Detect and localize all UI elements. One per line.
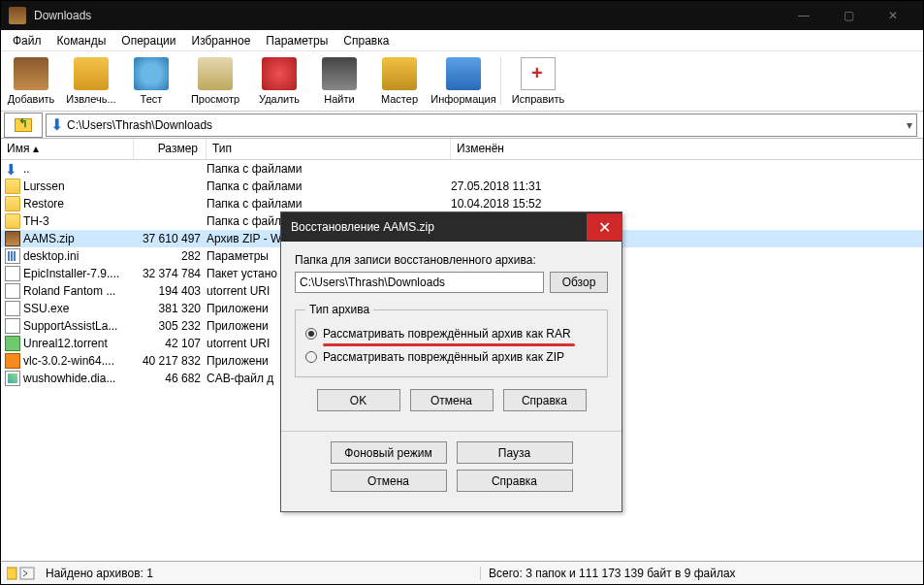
dialog-titlebar[interactable]: Восстановление AAMS.zip ✕ bbox=[281, 212, 621, 242]
repair-icon bbox=[521, 57, 556, 90]
delete-icon bbox=[262, 57, 297, 90]
col-type[interactable]: Тип bbox=[207, 139, 451, 159]
radio-zip[interactable]: Рассматривать повреждённый архив как ZIP bbox=[305, 350, 597, 364]
dialog-path-input[interactable] bbox=[295, 272, 544, 293]
archive-type-group: Тип архива Рассматривать повреждённый ар… bbox=[295, 303, 608, 377]
test-icon bbox=[134, 57, 169, 90]
statusbar: Найдено архивов: 1 Всего: 3 папок и 111 … bbox=[1, 561, 923, 584]
tb-repair[interactable]: Исправить bbox=[504, 51, 572, 111]
exe-icon bbox=[5, 318, 20, 334]
file-size: 42 107 bbox=[134, 337, 207, 350]
tb-extract[interactable]: Извлечь... bbox=[61, 51, 121, 111]
background-button[interactable]: Фоновый режим bbox=[331, 441, 447, 464]
tb-delete[interactable]: Удалить bbox=[249, 51, 309, 111]
view-icon bbox=[198, 57, 233, 90]
menu-parameters[interactable]: Параметры bbox=[258, 34, 335, 48]
col-size[interactable]: Размер bbox=[134, 139, 207, 159]
chevron-down-icon[interactable]: ▾ bbox=[907, 118, 912, 132]
pathbar: ⬇ C:\Users\Thrash\Downloads ▾ bbox=[1, 112, 923, 139]
col-modified[interactable]: Изменён bbox=[451, 139, 923, 159]
zip-icon bbox=[5, 231, 20, 246]
radio-zip-label: Рассматривать повреждённый архив как ZIP bbox=[323, 350, 564, 364]
pause-button[interactable]: Пауза bbox=[457, 441, 573, 464]
tb-info[interactable]: Информация bbox=[430, 51, 497, 111]
app-icon bbox=[9, 7, 26, 24]
file-row[interactable]: LurssenПапка с файлами27.05.2018 11:31 bbox=[1, 178, 923, 195]
menu-operations[interactable]: Операции bbox=[113, 34, 183, 48]
up-icon bbox=[15, 118, 32, 132]
close-button[interactable]: ✕ bbox=[871, 1, 915, 30]
red-underline bbox=[323, 343, 575, 346]
vlc-icon bbox=[5, 353, 20, 369]
menu-commands[interactable]: Команды bbox=[49, 34, 114, 48]
minimize-button[interactable]: — bbox=[781, 1, 826, 30]
file-size: 282 bbox=[134, 249, 207, 263]
dialog-close-button[interactable]: ✕ bbox=[587, 213, 621, 241]
folder-icon bbox=[5, 213, 20, 229]
dialog-body: Папка для записи восстановленного архива… bbox=[281, 242, 621, 431]
file-type: Папка с файлами bbox=[207, 179, 451, 193]
maximize-button[interactable]: ▢ bbox=[826, 1, 871, 30]
file-size: 37 610 497 bbox=[134, 232, 207, 245]
file-size: 46 682 bbox=[134, 372, 207, 385]
status-icon bbox=[7, 566, 38, 584]
status-left: Найдено архивов: 1 bbox=[1, 567, 481, 580]
torrent-icon bbox=[5, 336, 20, 351]
ini-icon bbox=[5, 248, 20, 264]
tb-add[interactable]: Добавить bbox=[1, 51, 61, 111]
radio-rar[interactable]: Рассматривать повреждённый архив как RAR bbox=[305, 327, 597, 341]
cancel2-button[interactable]: Отмена bbox=[331, 470, 447, 492]
file-size: 305 232 bbox=[134, 319, 207, 333]
toolbar: Добавить Извлечь... Тест Просмотр Удалит… bbox=[1, 51, 923, 112]
find-icon bbox=[322, 57, 357, 90]
file-name: SSU.exe bbox=[23, 302, 134, 315]
file-name: wushowhide.dia... bbox=[23, 372, 134, 385]
tb-test[interactable]: Тест bbox=[121, 51, 181, 111]
window-title: Downloads bbox=[34, 9, 781, 22]
exe-icon bbox=[5, 301, 20, 316]
titlebar[interactable]: Downloads — ▢ ✕ bbox=[1, 1, 923, 30]
cancel-button[interactable]: Отмена bbox=[410, 389, 494, 411]
file-name: .. bbox=[23, 162, 134, 176]
file-modified: 10.04.2018 15:52 bbox=[451, 197, 923, 211]
file-size: 32 374 784 bbox=[134, 267, 207, 280]
ok-button[interactable]: OK bbox=[317, 389, 400, 411]
menu-favorites[interactable]: Избранное bbox=[184, 34, 259, 48]
sort-arrow-icon: ▴ bbox=[33, 142, 39, 155]
file-name: Restore bbox=[23, 197, 134, 211]
menu-help[interactable]: Справка bbox=[335, 34, 397, 48]
help-button[interactable]: Справка bbox=[503, 389, 587, 411]
tb-wizard[interactable]: Мастер bbox=[369, 51, 430, 111]
repair-dialog: Восстановление AAMS.zip ✕ Папка для запи… bbox=[280, 211, 622, 512]
file-name: SupportAssistLa... bbox=[23, 319, 134, 333]
file-name: Lurssen bbox=[23, 179, 134, 193]
file-row[interactable]: RestoreПапка с файлами10.04.2018 15:52 bbox=[1, 195, 923, 212]
col-name[interactable]: Имя ▴ bbox=[1, 139, 134, 159]
radio-zip-input[interactable] bbox=[305, 351, 317, 363]
radio-rar-input[interactable] bbox=[305, 328, 317, 340]
tb-find[interactable]: Найти bbox=[309, 51, 369, 111]
tb-view[interactable]: Просмотр bbox=[181, 51, 249, 111]
menu-file[interactable]: Файл bbox=[5, 34, 49, 48]
file-size: 40 217 832 bbox=[134, 354, 207, 368]
file-type: Папка с файлами bbox=[207, 197, 451, 211]
up-button[interactable] bbox=[4, 113, 43, 138]
file-modified: 27.05.2018 11:31 bbox=[451, 179, 923, 193]
file-name: AAMS.zip bbox=[23, 232, 134, 245]
diag-icon bbox=[5, 371, 20, 386]
file-row[interactable]: ⬇..Папка с файлами bbox=[1, 160, 923, 178]
path-text: C:\Users\Thrash\Downloads bbox=[67, 118, 212, 132]
column-header: Имя ▴ Размер Тип Изменён bbox=[1, 139, 923, 160]
path-combo[interactable]: ⬇ C:\Users\Thrash\Downloads ▾ bbox=[46, 114, 917, 137]
exe-icon bbox=[5, 266, 20, 281]
file-name: vlc-3.0.2-win64.... bbox=[23, 354, 134, 368]
file-size: 194 403 bbox=[134, 284, 207, 298]
help2-button[interactable]: Справка bbox=[457, 470, 573, 492]
path-label: Папка для записи восстановленного архива… bbox=[295, 253, 608, 267]
file-type: Папка с файлами bbox=[207, 162, 451, 176]
file-name: EpicInstaller-7.9.... bbox=[23, 267, 134, 280]
path-arrow-icon: ⬇ bbox=[50, 115, 63, 134]
file-name: Roland Fantom ... bbox=[23, 284, 134, 298]
file-name: Unreal12.torrent bbox=[23, 337, 134, 350]
browse-button[interactable]: Обзор bbox=[550, 272, 608, 293]
